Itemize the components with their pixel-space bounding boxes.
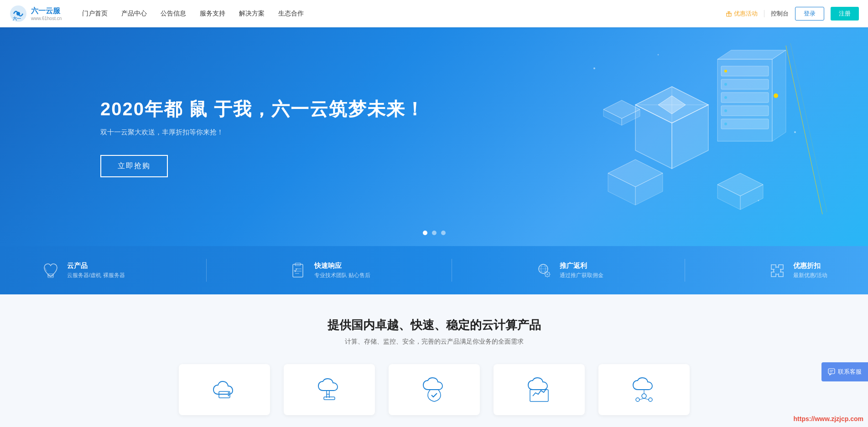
hero-illustration [567, 41, 832, 232]
svg-point-38 [758, 200, 759, 201]
feature-cloud-products: 云产品 云服务器/虚机 裸服务器 [41, 260, 125, 280]
svg-point-35 [593, 67, 595, 69]
login-button[interactable]: 登录 [795, 7, 824, 21]
svg-line-33 [786, 46, 822, 214]
nav-portal[interactable]: 门户首页 [82, 10, 108, 18]
svg-rect-9 [721, 93, 769, 103]
products-section: 提供国内卓越、快速、稳定的云计算产品 计算、存储、监控、安全，完善的云产品满足你… [0, 294, 868, 427]
svg-point-36 [658, 54, 659, 56]
cloud-network-icon [631, 377, 657, 402]
feature-promo: 推广返利 通过推广获取佣金 [533, 260, 603, 280]
svg-point-53 [546, 273, 548, 275]
svg-point-61 [636, 398, 639, 401]
feature-cloud-text: 云产品 云服务器/虚机 裸服务器 [67, 262, 125, 279]
feature-sep-2 [452, 259, 452, 282]
nav-support[interactable]: 服务支持 [200, 10, 225, 18]
svg-point-16 [724, 123, 727, 125]
svg-point-56 [228, 392, 229, 394]
feature-promo-desc: 通过推广获取佣金 [560, 272, 603, 279]
svg-point-57 [228, 395, 229, 396]
clipboard-icon-wrap [288, 260, 308, 280]
feature-sep-1 [206, 259, 207, 282]
svg-text:六一: 六一 [12, 16, 21, 21]
product-cloud-network[interactable] [598, 364, 690, 415]
product-cloud-monitor[interactable] [494, 364, 585, 415]
svg-rect-8 [721, 79, 769, 89]
feature-discount-title: 优惠折扣 [793, 262, 827, 270]
products-grid [46, 364, 822, 415]
svg-point-60 [642, 394, 646, 398]
svg-rect-7 [721, 66, 769, 76]
feature-cloud-title: 云产品 [67, 262, 125, 270]
control-link[interactable]: 控制台 [771, 10, 789, 18]
svg-point-12 [724, 70, 727, 72]
carousel-dots [423, 231, 446, 235]
product-cloud-shield[interactable] [389, 364, 480, 415]
feature-response-title: 快速响应 [314, 262, 370, 270]
svg-rect-10 [721, 106, 769, 116]
nav-notices[interactable]: 公告信息 [161, 10, 186, 18]
nav-links: 门户首页 产品中心 公告信息 服务支持 解决方案 生态合作 [82, 10, 726, 18]
svg-line-34 [790, 43, 827, 212]
logo-subtitle: www.61host.cn [31, 16, 62, 21]
dot-3[interactable] [441, 231, 446, 235]
svg-point-1 [16, 12, 20, 15]
svg-line-63 [639, 398, 644, 400]
dot-1[interactable] [423, 231, 427, 235]
svg-rect-11 [721, 119, 769, 129]
product-cloud-storage[interactable] [284, 364, 375, 415]
globe-icon [535, 262, 552, 279]
features-bar: 云产品 云服务器/虚机 裸服务器 快速响应 专业技术团队 贴心售后 [0, 246, 868, 294]
hero-subtitle: 双十一云聚大欢送，丰厚折扣等你来抢！ [100, 128, 425, 137]
navbar: 六一 六一云服 www.61host.cn 门户首页 产品中心 公告信息 服务支… [0, 0, 868, 27]
heart-icon-wrap [41, 260, 61, 280]
nav-solutions[interactable]: 解决方案 [239, 10, 265, 18]
clipboard-icon [289, 262, 307, 279]
float-contact[interactable]: 联系客服 [821, 362, 868, 381]
watermark: https://www.zjzjcp.com [794, 415, 864, 422]
svg-point-62 [649, 398, 652, 401]
hero-content: 2020年都 鼠 于我，六一云筑梦未来！ 双十一云聚大欢送，丰厚折扣等你来抢！ … [0, 69, 425, 205]
promo-link[interactable]: 优惠活动 [726, 10, 758, 18]
section-subtitle: 计算、存储、监控、安全，完善的云产品满足你业务的全面需求 [46, 338, 822, 346]
svg-rect-66 [828, 369, 835, 374]
nav-ecosystem[interactable]: 生态合作 [278, 10, 304, 18]
product-cloud-server[interactable] [179, 364, 270, 415]
feature-sep-3 [685, 259, 685, 282]
svg-point-14 [724, 96, 727, 99]
feature-response: 快速响应 专业技术团队 贴心售后 [288, 260, 370, 280]
logo-icon: 六一 [9, 5, 27, 23]
feature-discount: 优惠折扣 最新优惠/活动 [767, 260, 827, 280]
feature-promo-title: 推广返利 [560, 262, 603, 270]
feature-response-text: 快速响应 专业技术团队 贴心售后 [314, 262, 370, 279]
register-button[interactable]: 注册 [831, 7, 859, 21]
svg-point-37 [794, 131, 796, 133]
globe-icon-wrap [533, 260, 553, 280]
feature-promo-text: 推广返利 通过推广获取佣金 [560, 262, 603, 279]
logo-title: 六一云服 [31, 6, 62, 16]
svg-point-17 [774, 93, 778, 98]
feature-discount-desc: 最新优惠/活动 [793, 272, 827, 279]
logo[interactable]: 六一 六一云服 www.61host.cn [9, 5, 64, 23]
divider [764, 10, 764, 17]
nav-products[interactable]: 产品中心 [121, 10, 147, 18]
svg-point-15 [724, 109, 727, 112]
cloud-server-icon [212, 377, 237, 402]
puzzle-icon [768, 261, 786, 279]
svg-line-64 [644, 398, 649, 400]
cloud-storage-icon [317, 377, 342, 402]
cta-button[interactable]: 立即抢购 [100, 155, 168, 177]
float-contact-label: 联系客服 [838, 368, 862, 376]
feature-cloud-desc: 云服务器/虚机 裸服务器 [67, 272, 125, 279]
svg-point-13 [724, 83, 727, 86]
nav-right: 优惠活动 控制台 登录 注册 [726, 7, 859, 21]
chat-icon [828, 368, 835, 376]
puzzle-icon-wrap [767, 260, 787, 280]
heart-icon [42, 261, 60, 279]
gift-icon [726, 10, 732, 17]
dot-2[interactable] [432, 231, 437, 235]
hero-banner: 2020年都 鼠 于我，六一云筑梦未来！ 双十一云聚大欢送，丰厚折扣等你来抢！ … [0, 27, 868, 246]
section-title: 提供国内卓越、快速、稳定的云计算产品 [46, 317, 822, 333]
cloud-shield-icon [421, 377, 447, 402]
hero-title: 2020年都 鼠 于我，六一云筑梦未来！ [100, 97, 425, 122]
